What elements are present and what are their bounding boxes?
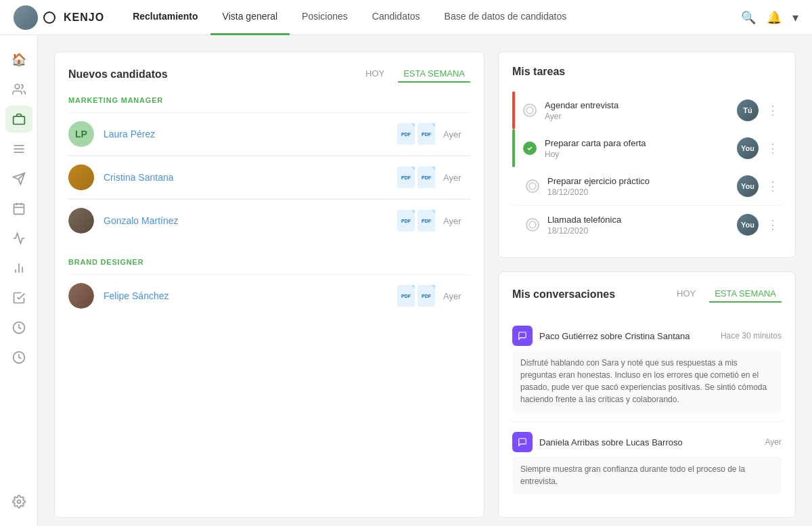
tab-posiciones[interactable]: Posiciones [290,0,360,35]
sidebar-item-pulse[interactable] [5,225,32,252]
candidate-name-cs[interactable]: Cristina Santana [104,172,397,183]
sidebar-item-clock[interactable] [5,344,32,371]
tab-vista-general[interactable]: Vista general [210,0,290,35]
pdf-icon[interactable]: PDF [397,210,415,232]
candidate-docs-gm: PDF PDF [397,210,435,232]
task-assignee-avatar-4: You [737,214,759,236]
svg-point-19 [529,221,536,228]
candidate-name-fs[interactable]: Felipe Sánchez [104,290,397,301]
sidebar-item-home[interactable]: 🏠 [5,46,32,73]
topnav: KENJO Reclutamiento Vista general Posici… [0,0,812,35]
svg-rect-1 [13,116,24,125]
pdf-icon[interactable]: PDF [418,285,435,307]
conv-time-2: Ayer [765,437,782,447]
sidebar-item-calendar[interactable] [5,195,32,222]
task-date-4: 18/12/2020 [547,226,737,236]
candidate-name-gm[interactable]: Gonzalo Martínez [104,215,397,226]
pdf-icon[interactable]: PDF [397,285,415,307]
task-date-1: Ayer [545,112,737,121]
candidate-date-gm: Ayer [443,216,470,226]
tab-base-datos[interactable]: Base de datos de candidatos [432,0,579,35]
topnav-tabs: Reclutamiento Vista general Posiciones C… [120,0,579,35]
app-logo: KENJO [43,12,104,24]
candidate-docs-cs: PDF PDF [397,167,435,188]
conv-subject-2[interactable]: Daniela Arribas sobre Lucas Barroso [539,437,765,447]
candidate-date-lp: Ayer [443,129,470,139]
tasks-title: Mis tareas [512,66,565,78]
chevron-down-icon[interactable]: ▾ [792,10,798,25]
sidebar-item-lists[interactable] [5,135,32,162]
tab-candidatos[interactable]: Candidatos [360,0,432,35]
conv-subject-1[interactable]: Paco Gutiérrez sobre Cristina Santana [539,331,721,341]
candidate-avatar-lp: LP [68,121,94,147]
sidebar-item-people[interactable] [5,76,32,103]
svg-point-18 [529,183,536,190]
tab-reclutamiento[interactable]: Reclutamiento [120,0,210,35]
search-icon[interactable]: 🔍 [741,10,756,25]
candidate-docs-lp: PDF PDF [397,123,435,145]
task-date-3: 18/12/2020 [547,188,737,197]
pdf-icon[interactable]: PDF [418,123,435,145]
svg-point-16 [526,107,533,114]
sidebar-item-analytics[interactable] [5,255,32,282]
tasks-card: Mis tareas Agendar entrevista Ayer Tú [498,51,796,258]
conv-body-2: Siempre muestra gran confianza durante t… [512,456,782,494]
sidebar: 🏠 [0,35,38,526]
task-row-2: Preparar carta para oferta Hoy You ⋮ [512,129,782,167]
svg-point-0 [15,85,20,89]
task-checkbox-1[interactable] [523,104,537,117]
task-name-1: Agendar entrevista [545,100,737,110]
task-checkbox-3[interactable] [526,179,539,193]
section-brand-designer: BRAND DESIGNER Felipe Sánchez PDF PDF Ay… [68,258,470,317]
tab-hoy-conv[interactable]: HOY [671,286,701,303]
tab-hoy-candidates[interactable]: HOY [360,66,390,83]
logo-text: KENJO [64,12,104,24]
pdf-icon[interactable]: PDF [418,167,435,188]
pdf-icon[interactable]: PDF [418,210,435,232]
task-wrapper-1: Agendar entrevista Ayer Tú ⋮ [512,91,782,129]
notifications-icon[interactable]: 🔔 [767,10,782,25]
section-label-marketing: MARKETING MANAGER [68,96,470,107]
task-date-2: Hoy [545,150,737,159]
candidate-row: Cristina Santana PDF PDF Ayer [68,156,470,199]
svg-point-15 [17,500,20,504]
conv-header-1: Paco Gutiérrez sobre Cristina Santana Ha… [512,326,782,346]
sidebar-item-settings[interactable] [5,488,32,515]
candidate-date-fs: Ayer [443,291,470,301]
topnav-actions: 🔍 🔔 ▾ [741,10,798,25]
pdf-icon[interactable]: PDF [397,167,415,188]
sidebar-item-history[interactable] [5,314,32,341]
task-checkbox-2[interactable] [523,141,537,155]
task-menu-1[interactable]: ⋮ [764,103,782,118]
conversations-header: Mis conversaciones HOY ESTA SEMANA [512,286,782,303]
conv-header-2: Daniela Arribas sobre Lucas Barroso Ayer [512,432,782,452]
task-assignee-avatar-1: Tú [737,100,759,121]
user-avatar[interactable] [14,5,38,30]
conv-time-1: Hace 30 minutos [721,331,782,341]
sidebar-item-travel[interactable] [5,165,32,192]
task-assignee-avatar-2: You [737,137,759,159]
sidebar-item-recruiting[interactable] [5,106,32,133]
task-name-2: Preparar carta para oferta [545,138,737,148]
task-menu-4[interactable]: ⋮ [764,217,782,232]
candidates-title: Nuevos candidatos [68,68,168,81]
candidate-name-lp[interactable]: Laura Pérez [104,129,397,139]
tab-esta-semana-candidates[interactable]: ESTA SEMANA [398,66,470,83]
sidebar-item-tasks[interactable] [5,284,32,311]
task-menu-3[interactable]: ⋮ [764,179,782,194]
task-assignee-avatar-3: You [737,175,759,197]
task-row-1: Agendar entrevista Ayer Tú ⋮ [512,91,782,129]
candidate-avatar-cs [68,165,94,190]
tab-esta-semana-conv[interactable]: ESTA SEMANA [709,286,782,303]
conversations-title: Mis conversaciones [512,288,615,301]
candidate-date-cs: Ayer [443,173,470,183]
task-checkbox-4[interactable] [526,218,539,232]
task-name-3: Preparar ejercicio práctico [547,176,737,186]
candidate-row: Felipe Sánchez PDF PDF Ayer [68,275,470,317]
tasks-header: Mis tareas [512,66,782,78]
svg-rect-6 [14,204,24,214]
conversations-tabs: HOY ESTA SEMANA [671,286,782,303]
task-menu-2[interactable]: ⋮ [764,141,782,156]
task-info-4: Llamada telefónica 18/12/2020 [547,215,737,236]
pdf-icon[interactable]: PDF [397,123,415,145]
